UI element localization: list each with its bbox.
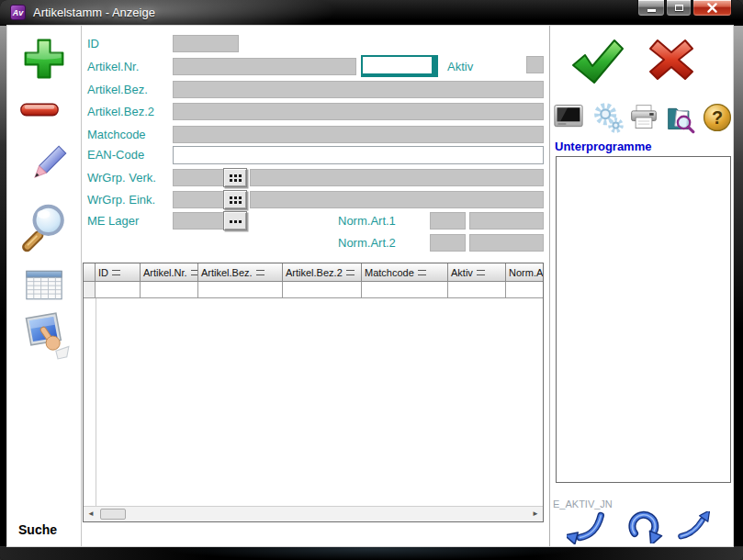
delete-button[interactable]: [18, 101, 61, 121]
results-grid: ID Artikel.Nr. Artikel.Bez. Artikel.Bez.…: [83, 263, 544, 522]
screen-tool-button[interactable]: [554, 103, 583, 132]
artikel-nr-label: Artikel.Nr.: [87, 60, 139, 73]
wrgrp-eink-lookup-button[interactable]: [223, 190, 247, 209]
minus-icon: [18, 101, 61, 119]
column-label: Artikel.Nr.: [143, 267, 187, 278]
column-label: Artikel.Bez.2: [286, 267, 343, 278]
close-button[interactable]: [692, 0, 732, 17]
cross-icon: [645, 37, 698, 83]
me-lager-lookup-button[interactable]: [223, 211, 247, 230]
client-area: Suche ID Artikel.Nr. Aktiv Artikel.Bez. …: [7, 26, 733, 546]
wrgrp-eink-label: WrGrp. Eink.: [87, 193, 155, 207]
nav-forward-button[interactable]: [675, 511, 712, 541]
ok-button[interactable]: [569, 37, 625, 86]
wrgrp-eink-text-field: [250, 191, 544, 208]
titlebar: Av Artikelstamm - Anzeige: [0, 0, 743, 26]
sort-filter-icon: [477, 270, 485, 275]
help-tool-button[interactable]: ?: [703, 103, 732, 132]
maximize-icon: [675, 5, 683, 11]
close-icon: [707, 3, 717, 13]
find-button[interactable]: [18, 202, 70, 253]
window-border-right: [733, 26, 743, 546]
pencil-icon: [20, 144, 68, 192]
grid-header-id[interactable]: ID: [96, 263, 141, 282]
wrgrp-verk-lookup-button[interactable]: [223, 168, 247, 187]
minimize-button[interactable]: [637, 0, 665, 17]
list-button[interactable]: [24, 268, 64, 301]
magnifier-icon: [18, 202, 70, 253]
window-controls: [636, 0, 732, 17]
row-cell: [198, 282, 283, 298]
column-label: Norm.A: [509, 267, 543, 278]
nav-redo-button[interactable]: [624, 507, 666, 543]
check-icon: [569, 37, 625, 86]
aktiv-checkbox-field: [526, 56, 544, 73]
grid-dots-icon: [230, 174, 232, 177]
plus-icon: [22, 35, 66, 83]
artikel-bez2-label: Artikel.Bez.2: [87, 105, 154, 118]
arrow-forward-icon: [675, 511, 712, 541]
grid-header-matchcode[interactable]: Matchcode: [362, 263, 448, 282]
nav-back-button[interactable]: [567, 510, 607, 544]
row-selector-cell: [84, 282, 96, 298]
wrgrp-eink-code-field: [173, 191, 224, 208]
artikel-bez-label: Artikel.Bez.: [87, 83, 148, 96]
help-icon: ?: [703, 103, 732, 132]
lookup-tool-button[interactable]: [666, 103, 695, 134]
arrow-back-icon: [567, 510, 607, 544]
matchcode-field: [173, 126, 544, 143]
settings-tool-button[interactable]: [592, 103, 624, 134]
matchcode-label: Matchcode: [87, 128, 146, 141]
horizontal-scrollbar[interactable]: ◄ ►: [84, 506, 543, 521]
touch-screen-icon: [20, 309, 70, 361]
grid-header-row: ID Artikel.Nr. Artikel.Bez. Artikel.Bez.…: [84, 263, 543, 282]
grid-header-norm-art[interactable]: Norm.A: [506, 263, 543, 282]
sidebar-toolbar: Suche: [7, 26, 82, 546]
ean-code-label: EAN-Code: [87, 148, 144, 162]
norm-art2-label: Norm.Art.2: [338, 236, 396, 250]
grid-header-artikel-bez2[interactable]: Artikel.Bez.2: [283, 263, 362, 282]
subprograms-title: Unterprogramme: [555, 140, 651, 153]
artikel-nr-field: [173, 58, 356, 75]
id-field: [173, 35, 239, 52]
table-icon: [24, 268, 64, 301]
ellipsis-dots-icon: [230, 220, 232, 223]
scroll-left-arrow[interactable]: ◄: [84, 507, 98, 521]
maximize-button[interactable]: [666, 0, 692, 17]
ean-code-input[interactable]: [173, 146, 544, 164]
choose-button[interactable]: [20, 309, 70, 361]
scrollbar-thumb[interactable]: [100, 509, 126, 520]
cancel-button[interactable]: [645, 37, 698, 83]
norm-art1-text-field: [469, 212, 544, 230]
norm-art2-code-field: [430, 234, 466, 252]
row-cell: [362, 282, 448, 298]
column-label: Aktiv: [451, 267, 473, 278]
add-button[interactable]: [22, 35, 66, 83]
wrgrp-verk-text-field: [250, 169, 544, 186]
scroll-right-arrow[interactable]: ►: [528, 507, 543, 521]
grid-header-artikel-bez[interactable]: Artikel.Bez.: [198, 263, 283, 282]
me-lager-field: [173, 212, 224, 230]
wrgrp-verk-label: WrGrp. Verk.: [87, 171, 156, 185]
row-cell: [141, 282, 198, 298]
grid-dots-icon: [230, 196, 232, 199]
table-row[interactable]: [84, 282, 543, 298]
svg-text:?: ?: [712, 107, 723, 128]
norm-art1-label: Norm.Art.1: [338, 214, 396, 228]
subprograms-listbox[interactable]: [556, 156, 731, 483]
artikel-nr-input[interactable]: [361, 55, 438, 77]
sort-filter-icon: [346, 270, 355, 275]
row-cell: [448, 282, 506, 298]
edit-button[interactable]: [20, 144, 68, 192]
mode-label: Suche: [18, 522, 57, 537]
aktiv-label: Aktiv: [447, 60, 473, 73]
field-name-label: E_AKTIV_JN: [553, 498, 613, 510]
grid-header-artikel-nr[interactable]: Artikel.Nr.: [141, 263, 198, 282]
grid-header-aktiv[interactable]: Aktiv: [448, 263, 506, 282]
window-title: Artikelstamm - Anzeige: [33, 6, 155, 19]
monitor-icon: [554, 103, 583, 130]
print-tool-button[interactable]: [629, 103, 659, 132]
minimize-icon: [647, 9, 656, 12]
application-window: Av Artikelstamm - Anzeige: [0, 0, 743, 560]
id-label: ID: [87, 37, 99, 50]
